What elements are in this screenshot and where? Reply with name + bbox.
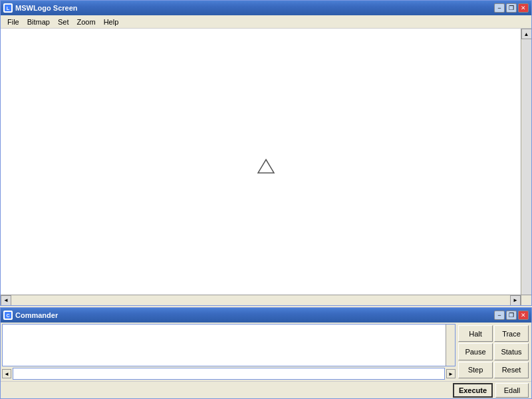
input-row: ◄ ► bbox=[2, 368, 456, 380]
main-window-title: MSWLogo Screen bbox=[15, 4, 78, 12]
commander-minimize-button[interactable]: − bbox=[494, 311, 505, 320]
commander-window-controls: − ❐ ✕ bbox=[494, 311, 529, 320]
commander-titlebar-left: C Commander bbox=[3, 311, 58, 320]
buttons-panel: Halt Trace Pause Status Step Reset bbox=[457, 324, 530, 380]
command-input[interactable] bbox=[13, 368, 445, 380]
menu-set[interactable]: Set bbox=[54, 17, 73, 27]
output-scrollbar[interactable] bbox=[446, 325, 455, 366]
scroll-left-arrow[interactable]: ◄ bbox=[1, 295, 11, 306]
output-text bbox=[2, 324, 456, 366]
main-window: L MSWLogo Screen − ❐ ✕ File Bitmap Set Z… bbox=[0, 0, 532, 306]
input-right-arrow[interactable]: ► bbox=[446, 369, 456, 378]
menu-zoom[interactable]: Zoom bbox=[73, 17, 100, 27]
scroll-up-arrow[interactable]: ▲ bbox=[521, 29, 532, 39]
input-left-arrow[interactable]: ◄ bbox=[2, 369, 11, 378]
turtle bbox=[257, 158, 275, 176]
canvas-scrollbar-right: ▲ ▼ bbox=[521, 29, 531, 305]
output-area: ◄ ► bbox=[2, 324, 456, 380]
trace-button[interactable]: Trace bbox=[494, 325, 529, 342]
main-window-controls: − ❐ ✕ bbox=[494, 3, 529, 13]
menu-bitmap[interactable]: Bitmap bbox=[23, 17, 54, 27]
canvas-area: ▲ ▼ ◄ ► bbox=[1, 29, 531, 305]
commander-window: C Commander − ❐ ✕ ◄ ► Halt Trace bbox=[0, 307, 532, 399]
menubar: File Bitmap Set Zoom Help bbox=[1, 15, 531, 29]
commander-window-icon: C bbox=[3, 311, 13, 320]
commander-window-title: Commander bbox=[15, 311, 58, 319]
main-titlebar: L MSWLogo Screen − ❐ ✕ bbox=[1, 1, 531, 15]
main-window-icon: L bbox=[3, 3, 13, 13]
execute-button[interactable]: Execute bbox=[453, 383, 493, 398]
commander-close-button[interactable]: ✕ bbox=[518, 311, 529, 320]
reset-button[interactable]: Reset bbox=[494, 362, 529, 378]
svg-text:L: L bbox=[7, 6, 10, 11]
pause-button[interactable]: Pause bbox=[458, 343, 493, 360]
main-close-button[interactable]: ✕ bbox=[518, 3, 529, 13]
edall-button[interactable]: Edall bbox=[495, 383, 529, 398]
status-button[interactable]: Status bbox=[494, 343, 529, 360]
menu-file[interactable]: File bbox=[3, 17, 23, 27]
canvas-scrollbar-bottom: ◄ ► bbox=[1, 295, 521, 305]
svg-marker-2 bbox=[258, 160, 274, 173]
main-minimize-button[interactable]: − bbox=[494, 3, 505, 13]
bottom-row: Execute Edall bbox=[1, 381, 531, 398]
svg-text:C: C bbox=[6, 313, 9, 318]
scroll-corner bbox=[521, 295, 531, 305]
menu-help[interactable]: Help bbox=[100, 17, 123, 27]
commander-titlebar: C Commander − ❐ ✕ bbox=[1, 308, 531, 323]
step-button[interactable]: Step bbox=[458, 362, 493, 378]
scroll-right-arrow[interactable]: ► bbox=[510, 295, 521, 306]
scroll-thumb[interactable] bbox=[522, 39, 531, 295]
titlebar-left: L MSWLogo Screen bbox=[3, 3, 78, 13]
commander-restore-button[interactable]: ❐ bbox=[506, 311, 517, 320]
halt-button[interactable]: Halt bbox=[458, 325, 493, 342]
main-restore-button[interactable]: ❐ bbox=[506, 3, 517, 13]
commander-body: ◄ ► Halt Trace Pause Status Step Reset bbox=[1, 323, 531, 381]
